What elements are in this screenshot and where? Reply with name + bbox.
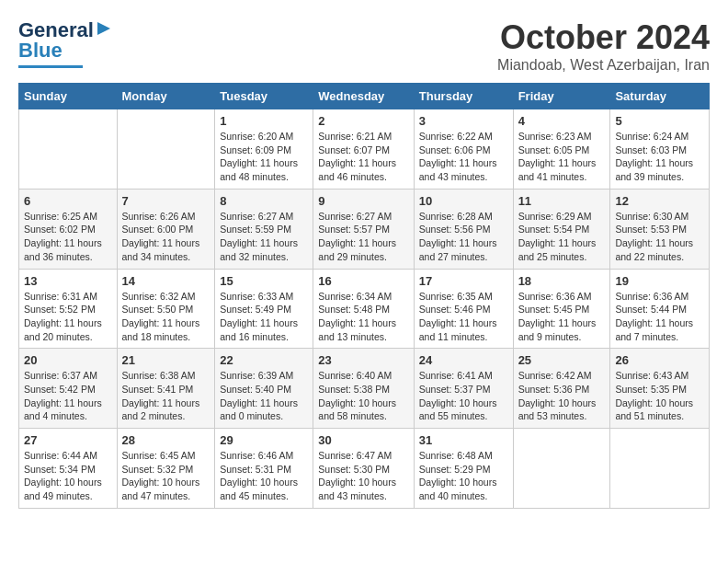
calendar-cell: 10Sunrise: 6:28 AMSunset: 5:56 PMDayligh… [414, 189, 513, 269]
logo-blue: Blue [18, 39, 63, 63]
day-number: 8 [220, 194, 308, 208]
calendar-cell: 2Sunrise: 6:21 AMSunset: 6:07 PMDaylight… [313, 109, 414, 190]
week-row-1: 1Sunrise: 6:20 AMSunset: 6:09 PMDaylight… [19, 109, 710, 190]
day-number: 26 [615, 353, 704, 367]
calendar-cell: 6Sunrise: 6:25 AMSunset: 6:02 PMDaylight… [19, 189, 118, 269]
cell-info: Sunrise: 6:42 AMSunset: 5:36 PMDaylight:… [518, 369, 606, 423]
cell-info: Sunrise: 6:40 AMSunset: 5:38 PMDaylight:… [318, 369, 408, 423]
day-number: 25 [518, 353, 606, 367]
calendar-cell: 26Sunrise: 6:43 AMSunset: 5:35 PMDayligh… [610, 349, 710, 429]
cell-info: Sunrise: 6:39 AMSunset: 5:40 PMDaylight:… [220, 369, 308, 423]
cell-info: Sunrise: 6:20 AMSunset: 6:09 PMDaylight:… [220, 130, 308, 184]
calendar-cell: 23Sunrise: 6:40 AMSunset: 5:38 PMDayligh… [313, 349, 414, 429]
calendar-cell: 13Sunrise: 6:31 AMSunset: 5:52 PMDayligh… [19, 269, 118, 349]
cell-info: Sunrise: 6:36 AMSunset: 5:45 PMDaylight:… [518, 290, 606, 344]
calendar-cell [19, 109, 118, 190]
calendar-cell: 7Sunrise: 6:26 AMSunset: 6:00 PMDaylight… [117, 189, 215, 269]
calendar-cell: 12Sunrise: 6:30 AMSunset: 5:53 PMDayligh… [610, 189, 710, 269]
calendar-cell: 3Sunrise: 6:22 AMSunset: 6:06 PMDaylight… [414, 109, 513, 190]
calendar-cell: 11Sunrise: 6:29 AMSunset: 5:54 PMDayligh… [513, 189, 610, 269]
title-block: October 2024 Miandoab, West Azerbaijan, … [497, 18, 710, 74]
calendar-cell [117, 109, 215, 190]
cell-info: Sunrise: 6:28 AMSunset: 5:56 PMDaylight:… [419, 210, 508, 264]
cell-info: Sunrise: 6:38 AMSunset: 5:41 PMDaylight:… [122, 369, 210, 423]
cell-info: Sunrise: 6:31 AMSunset: 5:52 PMDaylight:… [24, 290, 112, 344]
calendar-cell [513, 429, 610, 509]
week-row-2: 6Sunrise: 6:25 AMSunset: 6:02 PMDaylight… [19, 189, 710, 269]
calendar-cell: 8Sunrise: 6:27 AMSunset: 5:59 PMDaylight… [215, 189, 313, 269]
day-number: 1 [220, 114, 308, 128]
day-number: 13 [24, 274, 112, 288]
calendar-cell [610, 429, 710, 509]
page-subtitle: Miandoab, West Azerbaijan, Iran [497, 57, 710, 74]
col-header-sunday: Sunday [19, 84, 118, 109]
cell-info: Sunrise: 6:34 AMSunset: 5:48 PMDaylight:… [318, 290, 408, 344]
cell-info: Sunrise: 6:26 AMSunset: 6:00 PMDaylight:… [122, 210, 210, 264]
day-number: 11 [518, 194, 606, 208]
calendar-cell: 9Sunrise: 6:27 AMSunset: 5:57 PMDaylight… [313, 189, 414, 269]
cell-info: Sunrise: 6:47 AMSunset: 5:30 PMDaylight:… [318, 449, 408, 503]
day-number: 28 [122, 433, 210, 447]
day-number: 4 [518, 114, 606, 128]
calendar-table: SundayMondayTuesdayWednesdayThursdayFrid… [18, 83, 710, 509]
day-number: 18 [518, 274, 606, 288]
cell-info: Sunrise: 6:37 AMSunset: 5:42 PMDaylight:… [24, 369, 112, 423]
page-header: General Blue October 2024 Miandoab, West… [18, 18, 710, 74]
calendar-header-row: SundayMondayTuesdayWednesdayThursdayFrid… [19, 84, 710, 109]
logo-underline [18, 65, 83, 68]
calendar-cell: 28Sunrise: 6:45 AMSunset: 5:32 PMDayligh… [117, 429, 215, 509]
cell-info: Sunrise: 6:29 AMSunset: 5:54 PMDaylight:… [518, 210, 606, 264]
day-number: 5 [615, 114, 704, 128]
cell-info: Sunrise: 6:33 AMSunset: 5:49 PMDaylight:… [220, 290, 308, 344]
cell-info: Sunrise: 6:21 AMSunset: 6:07 PMDaylight:… [318, 130, 408, 184]
day-number: 29 [220, 433, 308, 447]
day-number: 16 [318, 274, 408, 288]
week-row-4: 20Sunrise: 6:37 AMSunset: 5:42 PMDayligh… [19, 349, 710, 429]
day-number: 12 [615, 194, 704, 208]
cell-info: Sunrise: 6:25 AMSunset: 6:02 PMDaylight:… [24, 210, 112, 264]
day-number: 23 [318, 353, 408, 367]
day-number: 17 [419, 274, 508, 288]
day-number: 31 [419, 433, 508, 447]
calendar-cell: 16Sunrise: 6:34 AMSunset: 5:48 PMDayligh… [313, 269, 414, 349]
week-row-5: 27Sunrise: 6:44 AMSunset: 5:34 PMDayligh… [19, 429, 710, 509]
day-number: 27 [24, 433, 112, 447]
col-header-saturday: Saturday [610, 84, 710, 109]
cell-info: Sunrise: 6:30 AMSunset: 5:53 PMDaylight:… [615, 210, 704, 264]
calendar-cell: 21Sunrise: 6:38 AMSunset: 5:41 PMDayligh… [117, 349, 215, 429]
day-number: 22 [220, 353, 308, 367]
day-number: 6 [24, 194, 112, 208]
calendar-cell: 24Sunrise: 6:41 AMSunset: 5:37 PMDayligh… [414, 349, 513, 429]
cell-info: Sunrise: 6:41 AMSunset: 5:37 PMDaylight:… [419, 369, 508, 423]
day-number: 14 [122, 274, 210, 288]
day-number: 7 [122, 194, 210, 208]
calendar-cell: 4Sunrise: 6:23 AMSunset: 6:05 PMDaylight… [513, 109, 610, 190]
calendar-cell: 22Sunrise: 6:39 AMSunset: 5:40 PMDayligh… [215, 349, 313, 429]
cell-info: Sunrise: 6:27 AMSunset: 5:59 PMDaylight:… [220, 210, 308, 264]
cell-info: Sunrise: 6:35 AMSunset: 5:46 PMDaylight:… [419, 290, 508, 344]
logo-arrow-icon [94, 18, 114, 42]
calendar-cell: 19Sunrise: 6:36 AMSunset: 5:44 PMDayligh… [610, 269, 710, 349]
day-number: 9 [318, 194, 408, 208]
calendar-cell: 5Sunrise: 6:24 AMSunset: 6:03 PMDaylight… [610, 109, 710, 190]
calendar-cell: 20Sunrise: 6:37 AMSunset: 5:42 PMDayligh… [19, 349, 118, 429]
day-number: 30 [318, 433, 408, 447]
calendar-cell: 17Sunrise: 6:35 AMSunset: 5:46 PMDayligh… [414, 269, 513, 349]
col-header-friday: Friday [513, 84, 610, 109]
week-row-3: 13Sunrise: 6:31 AMSunset: 5:52 PMDayligh… [19, 269, 710, 349]
cell-info: Sunrise: 6:46 AMSunset: 5:31 PMDaylight:… [220, 449, 308, 503]
day-number: 2 [318, 114, 408, 128]
day-number: 19 [615, 274, 704, 288]
day-number: 21 [122, 353, 210, 367]
calendar-cell: 27Sunrise: 6:44 AMSunset: 5:34 PMDayligh… [19, 429, 118, 509]
day-number: 24 [419, 353, 508, 367]
calendar-cell: 31Sunrise: 6:48 AMSunset: 5:29 PMDayligh… [414, 429, 513, 509]
cell-info: Sunrise: 6:44 AMSunset: 5:34 PMDaylight:… [24, 449, 112, 503]
cell-info: Sunrise: 6:27 AMSunset: 5:57 PMDaylight:… [318, 210, 408, 264]
day-number: 15 [220, 274, 308, 288]
logo: General Blue [18, 18, 114, 68]
calendar-cell: 15Sunrise: 6:33 AMSunset: 5:49 PMDayligh… [215, 269, 313, 349]
cell-info: Sunrise: 6:36 AMSunset: 5:44 PMDaylight:… [615, 290, 704, 344]
cell-info: Sunrise: 6:45 AMSunset: 5:32 PMDaylight:… [122, 449, 210, 503]
day-number: 20 [24, 353, 112, 367]
